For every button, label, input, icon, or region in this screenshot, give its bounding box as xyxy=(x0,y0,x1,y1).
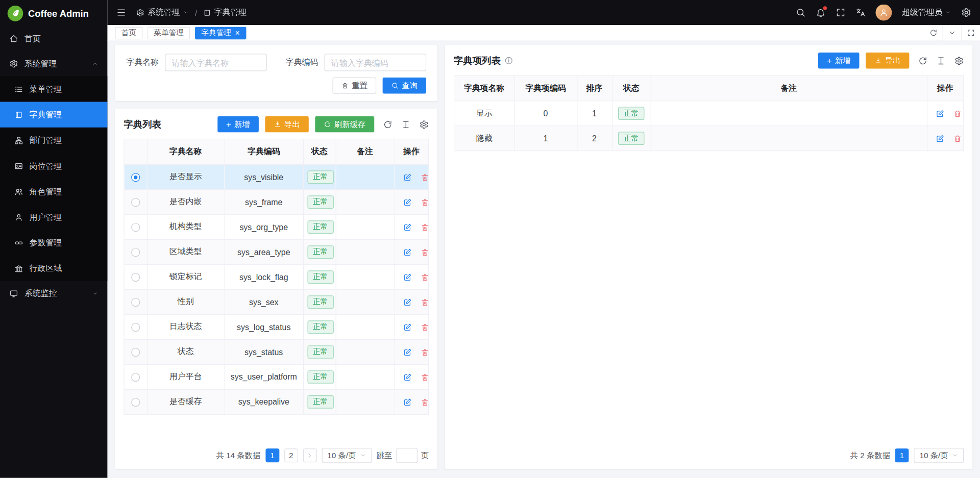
tab-home[interactable]: 首页 xyxy=(115,27,142,39)
page-1-button[interactable]: 1 xyxy=(265,448,279,462)
delete-icon[interactable] xyxy=(420,273,428,282)
export-dict-button[interactable]: 导出 xyxy=(265,116,309,133)
page-size-select[interactable]: 10 条/页 xyxy=(914,448,964,463)
row-select-radio[interactable] xyxy=(131,298,140,307)
row-select-radio[interactable] xyxy=(131,223,140,232)
breadcrumb-system-management[interactable]: 系统管理 xyxy=(136,7,189,18)
sidebar-item-role-management[interactable]: 角色管理 xyxy=(0,179,108,204)
table-row[interactable]: 区域类型sys_area_type正常 xyxy=(125,239,428,264)
refresh-page-button[interactable] xyxy=(924,25,943,41)
user-menu[interactable]: 超级管理员 xyxy=(902,7,951,18)
edit-icon[interactable] xyxy=(403,298,411,307)
edit-icon[interactable] xyxy=(403,173,411,182)
table-row[interactable]: 是否内嵌sys_frame正常 xyxy=(125,189,428,214)
jump-page-input[interactable] xyxy=(396,448,418,463)
collapse-sidebar-button[interactable] xyxy=(116,8,127,18)
content-fullscreen-button[interactable] xyxy=(961,25,980,41)
delete-icon[interactable] xyxy=(420,223,428,232)
table-row[interactable]: 是否显示sys_visible正常 xyxy=(125,164,428,189)
row-select-radio[interactable] xyxy=(131,198,140,207)
edit-icon[interactable] xyxy=(403,398,411,407)
page-size-select[interactable]: 10 条/页 xyxy=(322,448,372,463)
delete-icon[interactable] xyxy=(420,398,428,407)
table-row[interactable]: 隐藏12正常 xyxy=(454,125,963,150)
fullscreen-button[interactable] xyxy=(836,8,846,18)
edit-icon[interactable] xyxy=(935,134,944,143)
edit-icon[interactable] xyxy=(403,348,411,357)
sidebar-item-home[interactable]: 首页 xyxy=(0,26,108,51)
close-icon[interactable]: × xyxy=(235,29,239,37)
sidebar-item-user-management[interactable]: 用户管理 xyxy=(0,204,108,230)
sidebar-item-department-management[interactable]: 部门管理 xyxy=(0,128,108,153)
delete-icon[interactable] xyxy=(420,298,428,307)
delete-icon[interactable] xyxy=(420,198,428,207)
sidebar-item-system-management[interactable]: 系统管理 xyxy=(0,51,108,76)
refresh-cache-button[interactable]: 刷新缓存 xyxy=(315,116,374,133)
add-dict-item-button[interactable]: + 新增 xyxy=(818,53,860,69)
export-dict-item-button[interactable]: 导出 xyxy=(866,53,910,69)
sidebar-item-admin-region[interactable]: 行政区域 xyxy=(0,256,108,281)
table-refresh-button[interactable] xyxy=(383,119,393,129)
table-row[interactable]: 用户平台sys_user_platform正常 xyxy=(125,364,428,389)
delete-icon[interactable] xyxy=(953,134,962,143)
page-1-button[interactable]: 1 xyxy=(895,448,909,462)
dict-code-label: 字典编码 xyxy=(286,57,318,68)
settings-button[interactable] xyxy=(961,8,971,18)
table-row[interactable]: 锁定标记sys_lock_flag正常 xyxy=(125,264,428,289)
language-button[interactable] xyxy=(855,8,866,18)
edit-icon[interactable] xyxy=(935,109,944,118)
table-row[interactable]: 日志状态sys_log_status正常 xyxy=(125,314,428,339)
sidebar-item-post-management[interactable]: 岗位管理 xyxy=(0,153,108,179)
app-logo[interactable]: Coffee Admin xyxy=(0,0,108,26)
delete-icon[interactable] xyxy=(420,373,428,382)
tab-menu-management[interactable]: 菜单管理 xyxy=(148,27,190,39)
dict-code-input[interactable] xyxy=(325,54,427,71)
edit-icon[interactable] xyxy=(403,223,411,232)
add-button-label: 新增 xyxy=(234,120,250,128)
delete-icon[interactable] xyxy=(420,348,428,357)
reset-button[interactable]: 重置 xyxy=(332,78,376,94)
sidebar-item-system-monitor[interactable]: 系统监控 xyxy=(0,281,108,306)
delete-icon[interactable] xyxy=(420,248,428,257)
delete-icon[interactable] xyxy=(420,323,428,332)
table-settings-button[interactable] xyxy=(954,56,964,65)
table-density-button[interactable] xyxy=(401,119,410,129)
table-row[interactable]: 状态sys_status正常 xyxy=(125,339,428,364)
breadcrumb-dict-management[interactable]: 字典管理 xyxy=(203,7,247,18)
avatar[interactable] xyxy=(876,5,892,21)
row-select-radio[interactable] xyxy=(131,398,140,407)
tab-options-button[interactable] xyxy=(943,25,962,41)
delete-icon[interactable] xyxy=(420,173,428,182)
query-button[interactable]: 查询 xyxy=(382,78,426,94)
next-page-button[interactable] xyxy=(303,448,316,462)
row-select-radio[interactable] xyxy=(131,348,140,357)
table-row[interactable]: 机构类型sys_org_type正常 xyxy=(125,214,428,239)
sidebar-item-dict-management[interactable]: 字典管理 xyxy=(0,102,108,128)
table-row[interactable]: 显示01正常 xyxy=(454,100,963,125)
sidebar-item-param-management[interactable]: 参数管理 xyxy=(0,230,108,256)
delete-icon[interactable] xyxy=(953,109,962,118)
row-select-radio[interactable] xyxy=(131,323,140,332)
table-settings-button[interactable] xyxy=(420,119,429,129)
search-button[interactable] xyxy=(796,8,806,18)
table-density-button[interactable] xyxy=(936,56,945,65)
sidebar-item-menu-management[interactable]: 菜单管理 xyxy=(0,76,108,102)
edit-icon[interactable] xyxy=(403,198,411,207)
row-select-radio[interactable] xyxy=(131,248,140,257)
row-select-radio[interactable] xyxy=(131,173,140,182)
table-row[interactable]: 是否缓存sys_keepalive正常 xyxy=(125,389,428,414)
page-2-button[interactable]: 2 xyxy=(284,448,298,462)
edit-icon[interactable] xyxy=(403,248,411,257)
tab-dict-management[interactable]: 字典管理 × xyxy=(195,27,246,39)
dict-name-input[interactable] xyxy=(165,54,267,71)
table-row[interactable]: 性别sys_sex正常 xyxy=(125,289,428,314)
edit-icon[interactable] xyxy=(403,323,411,332)
add-dict-button[interactable]: + 新增 xyxy=(217,116,259,133)
notifications-button[interactable] xyxy=(816,8,826,18)
edit-icon[interactable] xyxy=(403,373,411,382)
row-select-radio[interactable] xyxy=(131,373,140,382)
sidebar-item-label: 字典管理 xyxy=(30,109,62,120)
row-select-radio[interactable] xyxy=(131,273,140,282)
edit-icon[interactable] xyxy=(403,273,411,282)
table-refresh-button[interactable] xyxy=(918,56,927,65)
